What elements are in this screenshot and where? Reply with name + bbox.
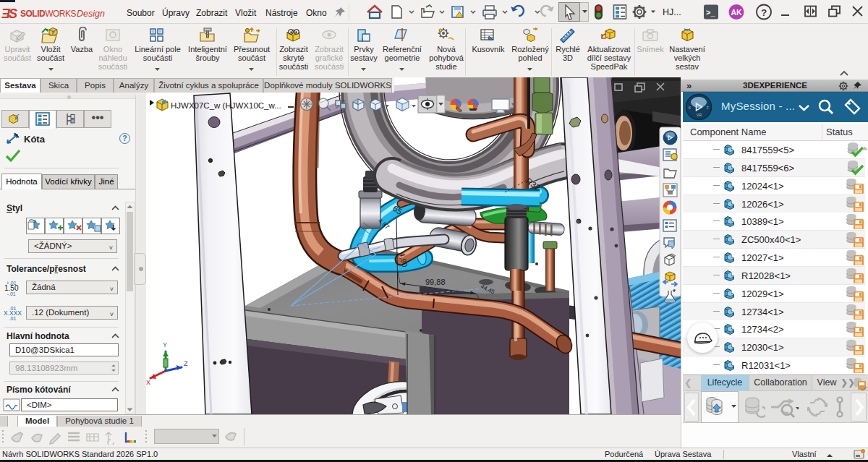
svg-text:HJ...: HJ... xyxy=(663,7,681,17)
svg-text:SOLIDWORKS: SOLIDWORKS xyxy=(20,9,77,19)
svg-text:V.R: V.R xyxy=(697,114,702,117)
svg-text:AK: AK xyxy=(731,8,743,17)
svg-text:99,88: 99,88 xyxy=(425,278,446,286)
svg-text:K: K xyxy=(689,106,691,110)
svg-text:S: S xyxy=(9,7,17,21)
svg-text:X: X xyxy=(146,379,150,386)
svg-text:Y: Y xyxy=(163,341,167,348)
svg-text:F: F xyxy=(707,106,709,110)
svg-text:Z: Z xyxy=(184,360,188,367)
svg-text:Design: Design xyxy=(77,9,105,19)
svg-text:HJWX07C_w (HJWX10C_w...: HJWX07C_w (HJWX10C_w... xyxy=(171,101,281,110)
svg-text:?: ? xyxy=(761,7,767,18)
svg-text:>_: >_ xyxy=(706,8,715,17)
